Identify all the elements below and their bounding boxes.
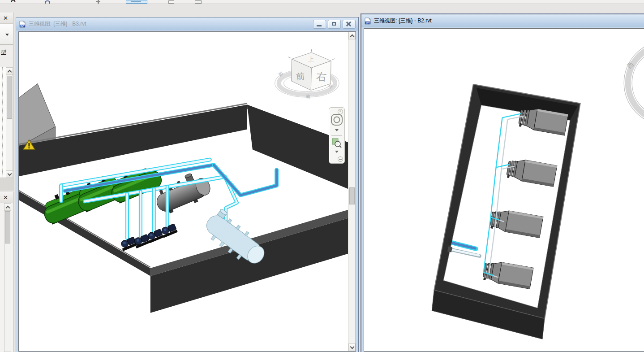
window-controls bbox=[313, 20, 356, 29]
navigation-bar[interactable]: × bbox=[329, 107, 345, 164]
window-titlebar[interactable]: RVT 三维视图: {三维} - B3.rvt bbox=[16, 17, 358, 31]
close-button[interactable] bbox=[343, 20, 356, 29]
svg-text:RVT: RVT bbox=[365, 22, 369, 24]
scroll-up-button[interactable] bbox=[6, 68, 13, 75]
chevron-down-icon[interactable] bbox=[335, 151, 339, 153]
scroll-down-button[interactable] bbox=[348, 343, 356, 351]
grid-divider bbox=[2, 67, 3, 178]
restore-button[interactable] bbox=[328, 20, 341, 29]
chevron-up-icon bbox=[350, 35, 355, 39]
chevron-down-icon[interactable] bbox=[335, 129, 339, 131]
warning-bang bbox=[28, 143, 30, 147]
navbar-divider bbox=[331, 135, 342, 136]
paste-tool-icon[interactable] bbox=[195, 0, 202, 4]
compass-partial[interactable]: 西 bbox=[624, 41, 644, 125]
scroll-thumb[interactable] bbox=[5, 211, 10, 243]
tag-tool-glyph bbox=[131, 1, 141, 2]
zoom-region-icon[interactable] bbox=[332, 138, 342, 148]
pipe-edge bbox=[214, 165, 276, 196]
close-icon[interactable]: ✕ bbox=[3, 15, 8, 22]
chevron-down-icon bbox=[350, 345, 355, 349]
3d-scene-b2[interactable]: 西 bbox=[364, 29, 644, 351]
minimize-icon bbox=[317, 25, 322, 26]
scroll-up-button[interactable] bbox=[4, 204, 11, 211]
chevron-down-icon bbox=[5, 34, 9, 36]
viewcube-top-label: 上 bbox=[308, 56, 314, 62]
scroll-thumb[interactable] bbox=[7, 76, 12, 119]
compass-ring bbox=[628, 45, 644, 122]
view-vertical-scrollbar[interactable] bbox=[348, 32, 356, 351]
restore-icon bbox=[332, 22, 336, 26]
chevron-up-icon bbox=[6, 206, 10, 210]
steering-wheel-icon[interactable] bbox=[331, 114, 343, 126]
3d-scene-b3[interactable]: 西 南 东 上 前 右 bbox=[19, 32, 348, 351]
rvt-file-icon: RVT bbox=[19, 21, 26, 28]
part bbox=[519, 124, 522, 127]
pipe-blue bbox=[214, 165, 276, 196]
part bbox=[490, 226, 493, 229]
type-selector-combo[interactable] bbox=[0, 24, 13, 45]
viewcube-front-label: 前 bbox=[296, 71, 305, 81]
properties-panel-header: ✕ bbox=[0, 13, 13, 24]
3d-viewport-b3[interactable]: 西 南 东 上 前 右 × bbox=[18, 31, 356, 352]
part bbox=[507, 175, 510, 178]
scroll-down-button[interactable] bbox=[6, 170, 13, 178]
navbar-collapse-icon[interactable] bbox=[338, 156, 343, 162]
browser-body bbox=[0, 203, 13, 352]
properties-scrollbar[interactable] bbox=[6, 67, 13, 178]
browser-scrollbar[interactable] bbox=[4, 203, 11, 352]
properties-panel-fragment: ✕ 型 bbox=[0, 13, 13, 191]
compass-south-label[interactable]: 南 bbox=[305, 94, 310, 99]
rvt-file-icon: RVT bbox=[364, 17, 371, 25]
close-icon[interactable]: ✕ bbox=[3, 194, 8, 201]
scroll-thumb[interactable] bbox=[349, 187, 355, 204]
svg-text:RVT: RVT bbox=[20, 25, 24, 27]
add-tool-icon-v bbox=[98, 0, 99, 4]
sync-tool-icon[interactable] bbox=[45, 0, 50, 4]
browser-panel-header: ✕ bbox=[0, 192, 13, 203]
window-body: 西 bbox=[361, 27, 644, 352]
property-grid-fragment bbox=[0, 67, 13, 178]
window-title: 三维视图: {三维} - B3.rvt bbox=[29, 20, 86, 28]
view-window-b3[interactable]: RVT 三维视图: {三维} - B3.rvt bbox=[16, 17, 359, 352]
window-titlebar[interactable]: RVT 三维视图: {三维} - B2.rvt bbox=[361, 14, 644, 28]
window-title: 三维视图: {三维} - B2.rvt bbox=[374, 17, 432, 25]
viewcube[interactable]: 西 南 东 上 前 右 bbox=[275, 49, 339, 99]
3d-viewport-b2[interactable]: 西 bbox=[364, 28, 644, 352]
chevron-up-icon bbox=[8, 70, 12, 74]
view-window-b2[interactable]: RVT 三维视图: {三维} - B2.rvt bbox=[361, 13, 644, 352]
panel-footer bbox=[0, 178, 13, 191]
edit-type-label-fragment[interactable]: 型 bbox=[0, 45, 13, 58]
delete-tool-icon[interactable] bbox=[168, 0, 174, 4]
scroll-up-button[interactable] bbox=[348, 32, 356, 39]
warning-dot bbox=[28, 148, 30, 148]
window-body: 西 南 东 上 前 右 × bbox=[16, 30, 358, 352]
part bbox=[483, 277, 486, 280]
minimize-button[interactable] bbox=[313, 20, 326, 29]
text-tool-icon[interactable]: A bbox=[11, 0, 16, 4]
chevron-down-icon bbox=[8, 172, 12, 176]
browser-panel-fragment: ✕ bbox=[0, 192, 13, 352]
ribbon-bottom-strip: A bbox=[0, 0, 644, 4]
viewcube-right-label: 右 bbox=[316, 70, 327, 83]
